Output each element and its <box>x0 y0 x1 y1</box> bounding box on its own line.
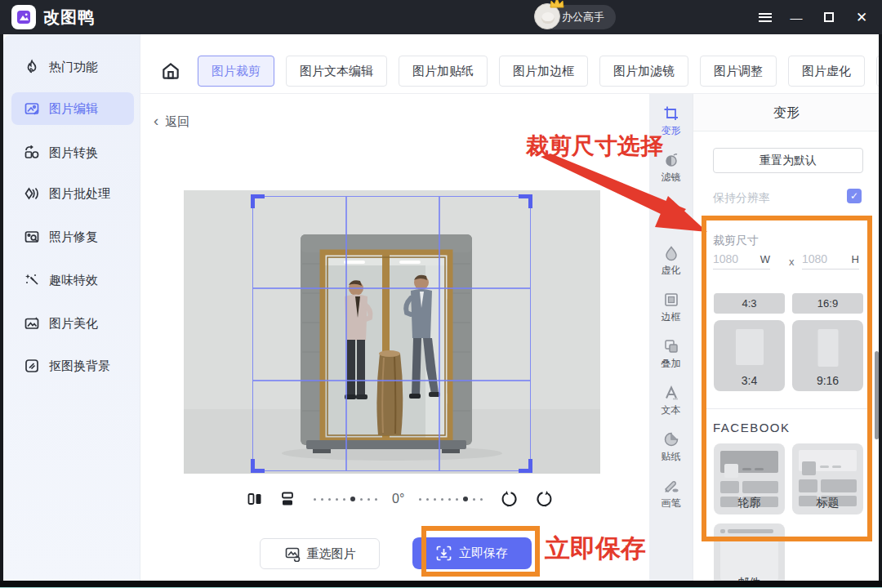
sidebar-item-batch-process[interactable]: 图片批处理 <box>11 177 134 210</box>
rail-item-adjust[interactable]: 调整 <box>649 194 693 236</box>
reset-default-button[interactable]: 重置为默认 <box>713 148 863 173</box>
crown-icon <box>549 0 565 9</box>
panel-title: 变形 <box>693 94 880 131</box>
tab-image-crop[interactable]: 图片裁剪 <box>198 56 274 87</box>
facebook-section-header: FACEBOOK <box>713 421 791 434</box>
download-icon <box>436 546 452 561</box>
back-button[interactable]: 返回 <box>154 112 189 130</box>
sidebar-item-image-beautify[interactable]: 图片美化 <box>11 307 134 340</box>
sidebar-item-image-convert[interactable]: 图片转换 <box>11 136 134 169</box>
window-border-right <box>879 34 882 588</box>
flip-vertical-button[interactable] <box>279 491 296 507</box>
tab-image-border[interactable]: 图片加边框 <box>499 56 588 87</box>
filter-icon <box>663 152 679 168</box>
app-logo-icon <box>16 9 32 25</box>
crop-size-label: 裁剪尺寸 <box>713 234 759 248</box>
flip-vertical-icon <box>279 491 296 507</box>
rail-item-border[interactable]: 边框 <box>649 287 693 329</box>
rail-item-filter[interactable]: 滤镜 <box>649 147 693 189</box>
facebook-profile-card[interactable]: 轮廓 <box>714 443 785 514</box>
overlay-icon <box>663 338 679 354</box>
cutout-icon <box>24 358 40 374</box>
rail-item-blur[interactable]: 虚化 <box>649 240 693 283</box>
crop-grid-line <box>439 197 440 470</box>
flip-horizontal-button[interactable] <box>247 491 263 507</box>
facebook-mail-card[interactable]: 邮件 <box>714 523 785 588</box>
sidebar-item-photo-repair[interactable]: 照片修复 <box>11 220 134 253</box>
crop-handle-top-right[interactable] <box>519 194 532 208</box>
convert-icon <box>24 145 40 161</box>
crop-grid-line <box>253 380 530 381</box>
rotation-slider-right[interactable] <box>419 497 483 501</box>
rotate-cw-icon <box>535 490 553 508</box>
crop-icon <box>663 105 679 122</box>
rotate-ccw-button[interactable] <box>501 490 519 508</box>
crop-handle-bottom-right[interactable] <box>519 459 532 473</box>
tool-tab-bar: 图片裁剪 图片文本编辑 图片加贴纸 图片加边框 图片加滤镜 图片调整 图片虚化 <box>140 34 882 94</box>
crop-handle-top-left[interactable] <box>251 194 265 208</box>
transform-panel: 变形 重置为默认 保持分辨率 ✓ 裁剪尺寸 1080 W x 1080 H 4:… <box>693 94 879 581</box>
menu-icon[interactable] <box>753 0 777 34</box>
ratio-16-9-button[interactable]: 16:9 <box>792 293 863 314</box>
panel-divider <box>703 408 870 409</box>
reselect-image-icon <box>284 546 301 562</box>
facebook-title-card[interactable]: 标题 <box>792 443 863 514</box>
crop-handle-bottom-left[interactable] <box>251 459 265 473</box>
adjust-icon <box>663 198 679 215</box>
frame-icon <box>663 292 679 308</box>
keep-resolution-checkbox[interactable]: ✓ <box>847 189 862 203</box>
sidebar-item-hot-features[interactable]: 热门功能 <box>11 51 134 83</box>
tab-list: 图片裁剪 图片文本编辑 图片加贴纸 图片加边框 图片加滤镜 图片调整 图片虚化 <box>198 56 882 87</box>
rail-item-overlay[interactable]: 叠加 <box>649 333 693 376</box>
rail-item-sticker[interactable]: 贴纸 <box>649 426 693 469</box>
crop-size-separator: x <box>789 256 795 268</box>
minimize-button[interactable]: — <box>784 0 808 34</box>
ratio-9-16-card[interactable]: 9:16 <box>792 320 863 391</box>
home-icon <box>160 60 181 82</box>
flip-horizontal-icon <box>247 491 263 507</box>
tab-image-sticker[interactable]: 图片加贴纸 <box>399 56 488 87</box>
crop-overlay[interactable] <box>252 196 531 471</box>
rotation-slider-left[interactable] <box>314 497 377 501</box>
sidebar-item-fun-effects[interactable]: 趣味特效 <box>11 264 134 296</box>
ratio-4-3-button[interactable]: 4:3 <box>714 293 785 314</box>
crop-grid-line <box>345 197 347 470</box>
flame-icon <box>24 59 40 75</box>
right-tool-rail: 变形 滤镜 调整 虚化 边框 叠加 <box>649 94 693 581</box>
batch-icon <box>24 185 40 202</box>
editor-canvas: 返回 <box>140 94 649 581</box>
sidebar-item-image-edit[interactable]: 图片编辑 <box>11 92 134 125</box>
sidebar: 热门功能 图片编辑 图片转换 图片批处理 照片修复 <box>3 34 140 581</box>
home-button[interactable] <box>158 58 184 84</box>
rotate-ccw-icon <box>501 490 519 508</box>
rotate-cw-button[interactable] <box>535 490 553 508</box>
app-title: 改图鸭 <box>43 0 95 34</box>
reselect-image-button[interactable]: 重选图片 <box>260 538 380 569</box>
title-bar: 改图鸭 办公高手 — ✕ <box>0 0 882 34</box>
close-button[interactable]: ✕ <box>849 0 874 34</box>
save-now-button[interactable]: 立即保存 <box>412 537 532 569</box>
rail-item-transform[interactable]: 变形 <box>649 100 693 143</box>
tab-image-adjust[interactable]: 图片调整 <box>700 56 777 87</box>
window-border-left <box>0 34 3 588</box>
rotation-controls: 0° <box>238 488 581 510</box>
app-logo <box>11 5 36 29</box>
sidebar-item-cutout-background[interactable]: 抠图换背景 <box>11 350 134 382</box>
ratio-3-4-preview <box>736 329 764 365</box>
rail-item-text[interactable]: 文本 <box>649 380 693 422</box>
window-border-bottom <box>0 581 882 587</box>
beautify-icon <box>24 315 40 332</box>
rail-item-brush[interactable]: 画笔 <box>649 473 693 515</box>
tab-image-blur[interactable]: 图片虚化 <box>788 56 865 87</box>
blur-icon <box>663 245 679 261</box>
ratio-3-4-card[interactable]: 3:4 <box>714 320 785 391</box>
image-edit-icon <box>24 100 40 117</box>
tab-image-text-edit[interactable]: 图片文本编辑 <box>286 56 387 87</box>
tab-image-filter[interactable]: 图片加滤镜 <box>599 56 688 87</box>
rotation-value: 0° <box>392 492 404 506</box>
photo-repair-icon <box>24 229 40 245</box>
sticker-icon <box>663 431 679 448</box>
crop-width-input[interactable]: 1080 W <box>713 252 770 270</box>
maximize-button[interactable] <box>817 0 841 34</box>
crop-height-input[interactable]: 1080 H <box>802 252 859 270</box>
